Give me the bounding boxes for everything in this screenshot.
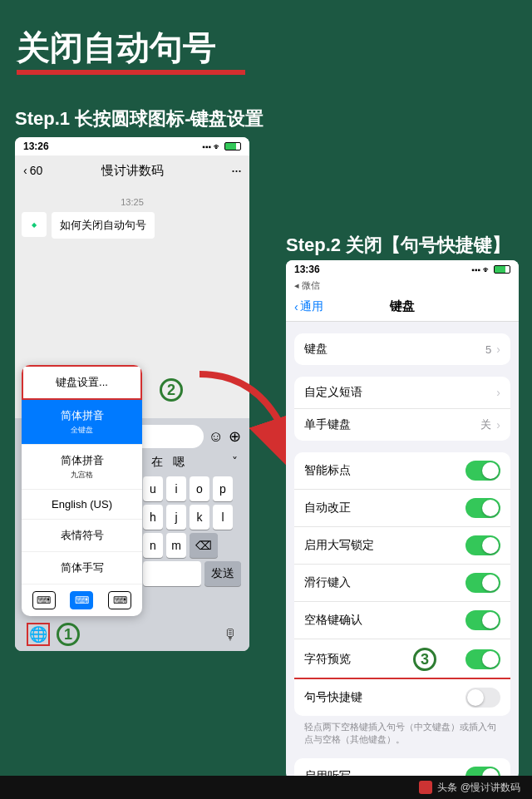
title-underline bbox=[17, 70, 245, 75]
keyboard-right-icon[interactable]: ⌨ bbox=[108, 591, 131, 609]
keyboards-row[interactable]: 键盘 5› bbox=[294, 333, 510, 365]
toggle[interactable] bbox=[466, 649, 500, 669]
wifi-icon: ᯤ bbox=[483, 265, 491, 274]
backspace-key[interactable]: ⌫ bbox=[190, 533, 218, 558]
status-icons: ▪▪▪ ᯤ bbox=[471, 265, 510, 274]
globe-highlight: 🌐 bbox=[27, 623, 50, 646]
chevron-right-icon: › bbox=[496, 418, 500, 432]
one-handed-row[interactable]: 单手键盘 关› bbox=[294, 408, 510, 441]
avatar[interactable]: ◆ bbox=[22, 212, 47, 237]
watermark-logo-icon bbox=[419, 781, 432, 794]
popup-footer: ⌨ ⌨ ⌨ bbox=[22, 584, 142, 616]
annotation-2: 2 bbox=[160, 378, 183, 402]
battery-icon bbox=[224, 142, 241, 150]
page-title: 关闭自动句号 bbox=[17, 25, 216, 71]
keyboard-left-icon[interactable]: ⌨ bbox=[32, 591, 56, 609]
back-button[interactable]: ‹ 60 bbox=[23, 164, 42, 177]
chat-navbar: ‹ 60 慢讨讲数码 ··· bbox=[15, 155, 249, 185]
chevron-left-icon: ‹ bbox=[294, 300, 298, 313]
handwrite-item[interactable]: 简体手写 bbox=[22, 552, 142, 584]
key[interactable]: i bbox=[166, 476, 186, 501]
chevron-right-icon: › bbox=[496, 343, 500, 356]
breadcrumb-back-to-app[interactable]: ◂ 微信 bbox=[286, 279, 519, 292]
settings-group: 自定义短语 › 单手键盘 关› bbox=[294, 377, 510, 441]
watermark-text: 头条 @慢讨讲数码 bbox=[437, 781, 520, 795]
pinyin-full-item[interactable]: 简体拼音 全键盘 bbox=[22, 400, 142, 445]
status-bar: 13:36 ▪▪▪ ᯤ bbox=[286, 260, 519, 279]
step1-label: Step.1 长按圆球图标-键盘设置 bbox=[15, 106, 264, 131]
caps-lock-row[interactable]: 启用大写锁定 bbox=[294, 526, 510, 564]
mic-icon[interactable]: 🎙 bbox=[223, 626, 238, 644]
key[interactable]: h bbox=[143, 505, 163, 530]
status-time: 13:36 bbox=[294, 264, 320, 275]
chat-message: ◆ 如何关闭自动句号 bbox=[22, 212, 243, 239]
keyboard-center-icon[interactable]: ⌨ bbox=[70, 591, 93, 609]
settings-navbar: ‹ 通用 键盘 bbox=[286, 292, 519, 322]
status-icons: ▪▪▪ ᯤ bbox=[202, 142, 241, 151]
step2-label: Step.2 关闭【句号快捷键】 bbox=[286, 233, 510, 258]
signal-icon: ▪▪▪ bbox=[202, 142, 211, 151]
chat-title: 慢讨讲数码 bbox=[101, 163, 164, 179]
space-confirm-row[interactable]: 空格键确认 bbox=[294, 601, 510, 639]
smart-punct-row[interactable]: 智能标点 bbox=[294, 452, 510, 489]
key[interactable]: l bbox=[213, 505, 233, 530]
keyboard-switch-popup: 键盘设置... 简体拼音 全键盘 简体拼音 九宫格 English (US) 表… bbox=[22, 365, 142, 616]
watermark: 头条 @慢讨讲数码 bbox=[0, 776, 532, 799]
emoji-item[interactable]: 表情符号 bbox=[22, 520, 142, 552]
toggle[interactable] bbox=[466, 573, 500, 593]
key[interactable]: n bbox=[143, 533, 163, 558]
signal-icon: ▪▪▪ bbox=[471, 265, 480, 274]
globe-icon[interactable]: 🌐 bbox=[29, 625, 47, 644]
period-description: 轻点两下空格键插入句号（中文键盘）或插入句点与空格（其他键盘）。 bbox=[286, 716, 519, 747]
annotation-1: 1 bbox=[57, 623, 80, 646]
wifi-icon: ᯤ bbox=[214, 142, 222, 151]
key[interactable]: o bbox=[190, 476, 209, 501]
unread-count: 60 bbox=[30, 164, 43, 177]
toggle[interactable] bbox=[466, 461, 500, 481]
key[interactable]: k bbox=[190, 505, 209, 530]
pinyin-9-item[interactable]: 简体拼音 九宫格 bbox=[22, 445, 142, 490]
settings-title: 键盘 bbox=[390, 298, 415, 314]
chat-area: 13:25 ◆ 如何关闭自动句号 bbox=[15, 185, 249, 250]
english-item[interactable]: English (US) bbox=[22, 490, 142, 520]
annotation-3: 3 bbox=[413, 648, 436, 671]
phone-2: 13:36 ▪▪▪ ᯤ ◂ 微信 ‹ 通用 键盘 键盘 5› 自定义短语 › 单… bbox=[286, 260, 519, 780]
key[interactable]: m bbox=[166, 533, 186, 558]
char-preview-row[interactable]: 字符预览 3 bbox=[294, 639, 510, 679]
toggle[interactable] bbox=[466, 688, 500, 708]
custom-phrases-row[interactable]: 自定义短语 › bbox=[294, 377, 510, 408]
chevron-right-icon: › bbox=[496, 386, 500, 399]
toggle[interactable] bbox=[466, 610, 500, 630]
auto-correct-row[interactable]: 自动改正 bbox=[294, 489, 510, 526]
status-time: 13:26 bbox=[23, 141, 49, 152]
key[interactable]: u bbox=[143, 476, 163, 501]
period-shortcut-row[interactable]: 句号快捷键 bbox=[294, 678, 510, 716]
message-bubble: 如何关闭自动句号 bbox=[52, 212, 155, 239]
key[interactable]: p bbox=[213, 476, 233, 501]
space-key[interactable] bbox=[143, 561, 201, 586]
chevron-left-icon: ‹ bbox=[23, 164, 27, 177]
more-icon[interactable]: ··· bbox=[231, 162, 241, 180]
chat-timestamp: 13:25 bbox=[22, 197, 243, 207]
toggle[interactable] bbox=[466, 498, 500, 518]
settings-group: 智能标点 自动改正 启用大写锁定 滑行键入 空格键确认 字符预览 3 句号快捷键 bbox=[294, 452, 510, 716]
key[interactable]: j bbox=[166, 505, 186, 530]
toggle[interactable] bbox=[466, 535, 500, 555]
status-bar: 13:26 ▪▪▪ ᯤ bbox=[15, 137, 249, 155]
candidate[interactable]: 嗯 bbox=[173, 455, 185, 470]
settings-group: 键盘 5› bbox=[294, 333, 510, 365]
back-button[interactable]: ‹ 通用 bbox=[294, 299, 323, 314]
slide-input-row[interactable]: 滑行键入 bbox=[294, 564, 510, 601]
battery-icon bbox=[494, 265, 510, 274]
candidate[interactable]: 在 bbox=[151, 455, 163, 470]
send-button[interactable]: 发送 bbox=[204, 561, 241, 586]
keyboard-settings-item[interactable]: 键盘设置... bbox=[22, 365, 142, 400]
keyboard-bottom-bar: 🌐 🎙 bbox=[15, 618, 249, 651]
